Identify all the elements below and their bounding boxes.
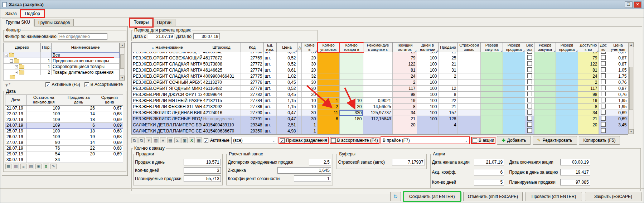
goods-cell[interactable] [534,55,556,61]
goods-cell[interactable]: 29350 [241,128,263,134]
date-cell[interactable]: 27.07.19 [5,140,26,145]
goods-cell[interactable] [503,104,525,110]
goods-cell[interactable]: 22 [438,98,457,104]
date-col-header[interactable]: Продано за день [61,95,96,105]
goods-cell[interactable] [339,55,363,61]
goods-cell[interactable]: 46177872 [202,55,241,61]
row-checkbox[interactable] [601,104,606,108]
goods-cell[interactable] [363,61,392,67]
goods-col-header[interactable]: Кол-в в [302,43,318,52]
goods-cell[interactable] [457,52,480,55]
grid-edit-icon[interactable]: ▦ [196,137,202,143]
division-checkbox[interactable] [280,138,285,143]
goods-cell[interactable]: 100 [417,79,438,86]
scroll-up-icon[interactable]: ▲ [629,43,634,47]
goods-cell[interactable] [457,104,480,110]
goods-cell[interactable]: 34 [578,110,599,116]
goods-row[interactable]: РЕЗ.ЖЕВ.ОРБИТ ОСВЕЖАЮЩИЙ Ц...46177872277… [132,55,628,61]
goods-cell[interactable] [503,52,525,55]
goods-cell[interactable] [503,79,525,86]
goods-col-header[interactable]: Вес ост [525,43,534,52]
goods-cell[interactable] [525,98,534,104]
active-f5-checkbox[interactable] [45,82,50,87]
goods-cell[interactable]: 0,47 [276,116,297,122]
goods-cell[interactable] [599,79,608,86]
goods-cell[interactable] [503,128,525,134]
goods-cell[interactable]: 79 [578,55,599,61]
date-from-input[interactable] [148,33,174,39]
goods-cell[interactable]: 330 [339,110,363,116]
goods-cell[interactable] [297,73,301,79]
goods-cell[interactable]: 46146625 [202,67,241,73]
row-checkbox[interactable] [527,61,532,66]
date-row[interactable]: 27.07.1990140,69 [5,140,123,145]
tab-batches[interactable]: Партии [153,19,175,26]
goods-cell[interactable]: 30 [301,61,317,67]
goods-cell[interactable]: 2 [578,79,599,86]
date-row[interactable]: 30.07.1934 [5,157,123,163]
goods-table-scrollbar[interactable]: ▲ ▼ [628,42,634,134]
goods-cell[interactable] [363,122,392,128]
tab-sku-groups[interactable]: Группы SKU [2,19,34,26]
goods-cell[interactable]: шт. [263,67,276,73]
date-cell[interactable]: 6 [61,122,96,128]
date-cell[interactable]: 14 [61,111,96,117]
goods-cell[interactable]: РЕЗ.ЖЕВ.ОРБИТ ЯГОДНЫЙ МИКС ... [132,86,202,92]
goods-row[interactable]: РЕЗ.ЖЕВ.ОРБИТ СЛАДКАЯ МЯТА 1...501738082… [132,61,628,67]
goods-cell[interactable]: 20 [301,92,317,98]
goods-cell[interactable]: 0,87 [608,61,628,67]
date-cell[interactable] [61,157,96,163]
goods-cell[interactable]: 1,95 [608,98,628,104]
edit-button[interactable]: ✎ Редактировать [533,136,577,145]
field-input[interactable] [560,169,590,175]
goods-cell[interactable] [297,104,301,110]
date-cell[interactable]: 0,68 [96,128,123,134]
goods-cell[interactable] [457,61,480,67]
goods-cell[interactable] [525,92,534,98]
rows-icon[interactable]: ▤ [28,164,34,169]
goods-cell[interactable] [457,55,480,61]
goods-cell[interactable] [457,73,480,79]
goods-cell[interactable] [363,79,392,86]
goods-cell[interactable]: 180 [339,116,363,122]
goods-cell[interactable] [363,128,392,134]
goods-cell[interactable] [599,61,608,67]
goods-cell[interactable]: 34 [392,110,417,116]
goods-cell[interactable] [556,79,578,86]
goods-cell[interactable] [438,128,457,134]
goods-cell[interactable] [525,61,534,67]
row-checkbox[interactable] [527,55,532,60]
goods-cell[interactable] [297,79,301,86]
goods-cell[interactable]: 30 [301,110,317,116]
date-cell[interactable]: 109 [26,134,61,140]
row-checkbox[interactable] [601,122,606,127]
date-cell[interactable]: 14 [61,140,96,145]
field-input[interactable] [184,167,221,174]
goods-cell[interactable]: 29 [392,52,417,55]
field-input[interactable] [309,159,331,165]
row-checkbox[interactable] [527,116,532,121]
goods-cell[interactable] [457,79,480,86]
goods-cell[interactable]: 0,87 [608,55,628,61]
date-cell[interactable]: 21.07.19 [5,105,26,111]
goods-cell[interactable]: 0,45 [276,79,297,86]
goods-cell[interactable]: шт. [263,104,276,110]
goods-cell[interactable]: 100 [417,110,438,116]
goods-cell[interactable]: 10 [339,98,363,104]
goods-cell[interactable] [534,52,556,55]
goods-cell[interactable] [556,73,578,79]
goods-cell[interactable] [297,55,301,61]
goods-row[interactable]: РЕЗ.ЖЕВ.РИГЛИ ДЖУСИ ФРУТ 13Г...400996442… [132,92,628,98]
goods-cell[interactable]: 20 [392,122,417,128]
goods-cell[interactable] [503,116,525,122]
goods-cell[interactable] [480,73,503,79]
goods-cell[interactable] [297,110,301,116]
goods-col-header[interactable]: Резерв закупка [481,43,503,52]
date-col-header[interactable]: Дата [5,95,26,105]
goods-cell[interactable]: шт. [263,98,276,104]
goods-cell[interactable]: 27779 [241,86,263,92]
goods-cell[interactable]: шт. [263,73,276,79]
goods-cell[interactable]: 0,61 [276,67,297,73]
goods-cell[interactable]: 122 [392,61,417,67]
date-cell[interactable]: 26.07.19 [5,134,26,140]
